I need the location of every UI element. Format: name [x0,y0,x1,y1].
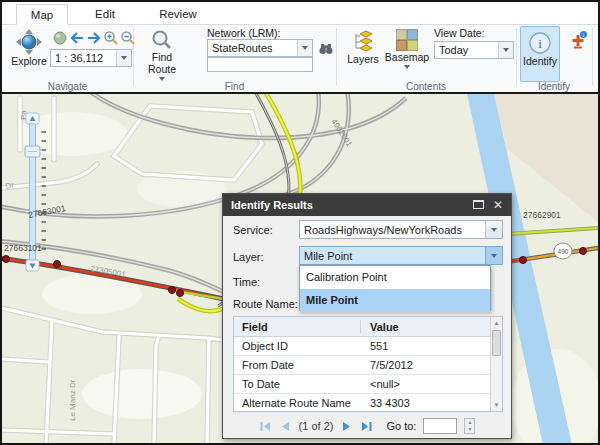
route-shield-490: 490 [554,243,572,259]
explore-label: Explore [11,55,47,67]
scroll-down-icon[interactable]: ▼ [491,399,502,411]
chevron-down-icon [491,254,497,258]
basemap-label: Basemap [385,51,429,63]
view-date-dropdown-button[interactable] [498,42,513,58]
map-scale-dropdown-button[interactable] [116,50,131,66]
ribbon: Map Edit Review Explore [2,2,598,92]
layer-combobox[interactable]: Mile Point [299,246,503,265]
network-lrm-value: StateRoutes [208,42,297,54]
map-scale-combobox[interactable]: 1 : 36,112 [50,49,132,67]
identify-route-location-icon[interactable]: i [568,30,588,50]
value-cell: 33 4303 [370,394,410,413]
street-label: Pa [19,110,28,120]
tab-map[interactable]: Map [16,4,68,25]
layers-button[interactable]: Layers [344,27,382,65]
group-label-contents: Contents [336,81,516,92]
view-date-combobox[interactable]: Today [434,41,514,59]
previous-page-button[interactable] [279,420,292,433]
group-separator [592,28,593,86]
field-cell: Object ID [242,337,288,356]
zoom-out-icon[interactable] [120,30,136,46]
table-scrollbar[interactable]: ▲ ▼ [490,317,502,411]
route-name-label: Route Name: [233,298,298,310]
time-label: Time: [233,276,260,288]
goto-page-input[interactable] [423,418,457,434]
dropdown-option-mile-point[interactable]: Mile Point [300,289,490,312]
table-header: Field Value [234,317,502,337]
table-row[interactable]: To Date <null> [234,375,490,394]
value-cell: 551 [370,337,388,356]
scroll-up-icon[interactable]: ▲ [491,317,502,329]
layer-dropdown-button[interactable] [485,247,502,264]
street-label-dr: Dr [5,180,15,191]
network-lrm-combobox[interactable]: StateRoutes [207,39,313,57]
scrollbar-thumb[interactable] [492,330,501,356]
find-route-magnifier-icon [151,29,173,51]
dialog-title: Identify Results [231,199,313,211]
view-date-label: View Date: [434,27,485,39]
street-label-lemanz: Le Manz Dr [68,379,77,421]
field-cell: Alternate Route Name [242,394,351,413]
zoom-in-icon[interactable] [103,30,119,46]
binoculars-search-icon[interactable] [318,40,334,56]
first-page-button[interactable] [259,420,272,433]
layer-dropdown-list: Calibration Point Mile Point [299,265,491,311]
table-row[interactable]: Object ID 551 [234,337,490,356]
network-lrm-dropdown-button[interactable] [297,40,312,56]
route-label: 27663101 [4,243,42,253]
table-row[interactable]: From Date 7/5/2012 [234,356,490,375]
basemap-button[interactable]: Basemap [384,27,430,69]
dialog-title-bar[interactable]: Identify Results ✕ [223,194,511,216]
full-extent-globe-icon[interactable] [52,30,68,46]
service-value: RoadsHighways/NewYorkRoads [300,224,485,236]
application-window: Map Edit Review Explore [0,0,600,445]
chevron-down-icon [302,46,308,50]
group-label-find: Find [133,81,336,92]
previous-extent-arrow-icon[interactable] [69,30,85,46]
dropdown-option-calibration-point[interactable]: Calibration Point [300,266,490,289]
identify-label: Identify [523,55,557,67]
route-label: 27662901 [523,210,561,220]
column-divider [360,320,361,333]
svg-text:i: i [538,36,542,51]
table-row[interactable]: Alternate Route Name 33 4303 [234,394,490,413]
identify-button[interactable]: i Identify [520,26,560,82]
chevron-down-icon [491,228,497,232]
route-input-field[interactable] [207,57,313,72]
layers-label: Layers [347,53,379,65]
page-indicator: (1 of 2) [299,420,334,432]
service-dropdown-button[interactable] [485,221,502,238]
group-separator [336,28,337,86]
value-cell: 7/5/2012 [370,356,413,375]
view-date-value: Today [435,44,498,56]
layer-value: Mile Point [300,250,485,262]
goto-spinner[interactable]: ▲ ▼ [464,418,475,434]
spinner-up-icon[interactable]: ▲ [465,419,474,426]
group-label-identify: Identify [516,81,592,92]
find-route-button[interactable]: Find Route [140,27,184,81]
maximize-icon[interactable] [473,200,484,209]
group-label-navigate: Navigate [2,81,133,92]
last-page-button[interactable] [360,420,373,433]
map-scale-value: 1 : 36,112 [51,52,116,64]
tab-edit[interactable]: Edit [80,4,130,25]
zoom-slider-ticks [42,132,47,249]
zoom-slider-track[interactable] [30,124,36,260]
service-combobox[interactable]: RoadsHighways/NewYorkRoads [299,220,503,239]
tab-review[interactable]: Review [148,4,208,25]
field-cell: From Date [242,356,294,375]
network-lrm-label: Network (LRM): [207,27,281,39]
chevron-down-icon [503,48,509,52]
basemap-icon [396,29,418,51]
close-icon[interactable]: ✕ [493,197,503,213]
svg-text:490: 490 [558,248,569,255]
next-extent-arrow-icon[interactable] [86,30,102,46]
explore-icon [16,29,42,55]
identify-icon: i [528,31,552,55]
land-patch [82,369,202,419]
value-cell: <null> [370,375,400,394]
pagination-bar: (1 of 2) Go to: ▲ ▼ [223,416,511,436]
next-page-button[interactable] [340,420,353,433]
spinner-down-icon[interactable]: ▼ [465,426,474,433]
explore-button[interactable]: Explore [6,27,52,67]
